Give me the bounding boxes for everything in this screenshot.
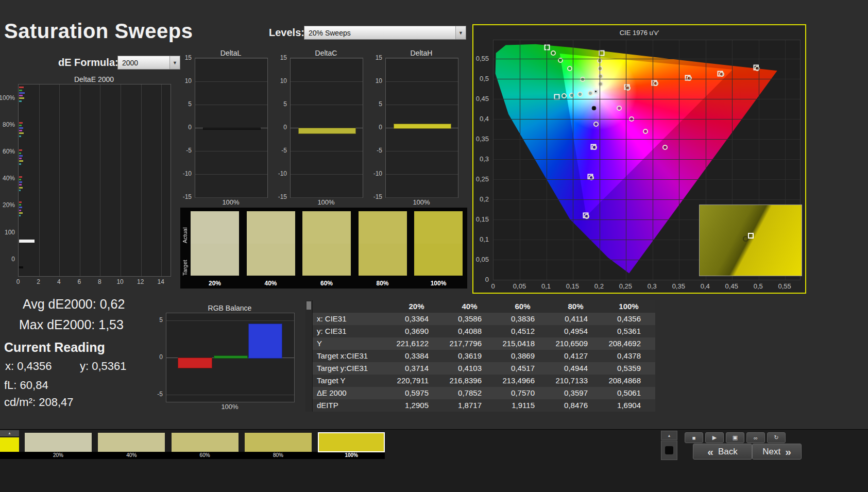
transport-refresh-button[interactable]: ↻ [767,432,786,443]
app-root: Saturation Sweeps dE Formula: 2000 ▼ Lev… [0,0,868,492]
current-cdm2-value: cd/m²: 208,47 [4,396,74,409]
grid-line [195,197,267,198]
table-scrollbar[interactable] [305,300,313,412]
transport-loop-button[interactable]: ∞ [746,432,765,443]
de-formula-value: 2000 [122,59,138,67]
current-y-value: y: 0,5361 [80,360,127,373]
table-cell: 0,4356 [602,313,655,325]
deltae-bar [19,266,23,268]
axis-tick-label: -5 [377,147,382,154]
cie-diagram-panel[interactable]: CIE 1976 u'v' 0,550,50,450,40,350,30,250… [472,24,806,294]
grid-line [291,81,363,82]
bottom-swatch-20%[interactable] [25,433,92,452]
measured-point [561,93,567,98]
axis-tick-label: 0,3 [480,155,489,162]
avg-de2000-value: Avg dE2000: 0,62 [23,297,125,312]
table-cell: 0,4512 [496,325,549,337]
bottom-swatch-80%[interactable] [245,433,312,452]
swatch-target [359,244,407,276]
table-cell: 0,5359 [602,362,655,375]
bottom-bar: ▴ ▲ « Back Next » 20%40%60%80%100%■▶▣∞↻ [0,429,868,492]
deltae-bar [19,181,22,183]
rgb-bar-green [214,355,248,359]
grid-line [626,40,626,280]
axis-tick-label: 8 [98,278,101,285]
axis-tick-label: 15 [376,54,382,61]
levels-dropdown[interactable]: 20% Sweeps ▼ [304,26,466,40]
transport-save-button[interactable]: ▣ [726,432,744,443]
deltae-bar [19,163,21,165]
deltal-x-label: 100% [195,198,267,206]
table-scrollbar-thumb[interactable] [307,301,311,310]
panel-expand-button[interactable]: ▲ [661,431,677,440]
table-col-header: 100% [602,300,655,313]
table-row-label: dEITP [313,399,390,412]
axis-tick-label: 0,45 [476,94,489,102]
deltae-bar [19,160,23,162]
bottom-swatch-label: 80% [245,452,312,458]
rgb-y-axis: 50-5 [148,313,165,401]
back-chevron-icon: « [707,446,713,458]
current-reading-heading: Current Reading [4,340,105,355]
axis-tick-label: 100% [0,94,15,101]
deltae-bar [19,184,22,185]
transport-stop-button[interactable]: ■ [685,432,703,443]
saturation-swatch [247,211,295,276]
axis-tick-label: -15 [183,193,192,200]
bottom-swatch-60%[interactable] [172,433,239,452]
measured-point [593,122,599,127]
axis-tick-label: 0,1 [541,282,551,290]
deltae-bar [19,125,22,126]
table-corner-cell [313,300,390,313]
axis-tick-label: 10 [116,278,123,285]
axis-tick-label: 0,2 [594,282,604,290]
axis-tick-label: 80% [3,121,15,128]
grid-line [195,174,267,175]
table-cell: 1,2905 [390,399,443,412]
deltae-chart-plot [18,84,171,277]
grid-line [386,58,458,59]
axis-tick-label: 2 [37,278,40,285]
grid-line [386,81,458,82]
patch-window-button[interactable] [661,440,677,460]
grid-line [100,84,100,276]
grid-line [195,58,267,59]
measured-point [577,92,583,97]
bottom-swatch-100%[interactable] [318,432,385,452]
grid-line [493,159,800,160]
transport-play-button[interactable]: ▶ [705,432,724,443]
grid-line [291,197,363,198]
grid-line [195,105,267,105]
deltah-chart-plot [385,58,458,198]
delta-value-bar [203,128,260,130]
measured-point [567,66,572,71]
swatch-label: 20% [191,280,239,287]
axis-tick-label: 20% [3,201,15,209]
grid-line [59,84,60,276]
axis-tick-label: 0,55 [476,54,489,62]
grid-line [291,174,363,175]
deltae-bar [19,87,24,88]
table-cell: 0,3869 [496,350,549,362]
table-cell: 0,4103 [443,362,496,375]
table-col-header: 60% [496,300,549,313]
bottom-swatch-40%[interactable] [98,433,165,452]
back-button[interactable]: « Back [693,444,752,460]
levels-value: 20% Sweeps [309,29,351,37]
collapse-button[interactable]: ▴ [0,430,19,436]
table-cell: 220,7911 [390,375,443,387]
actual-row-label: Actual [182,216,188,255]
grid-line [291,58,363,59]
de-formula-dropdown[interactable]: 2000 ▼ [117,56,180,70]
next-button[interactable]: Next » [752,444,802,460]
cie-zoom-inset [699,205,802,276]
grid-line [386,105,458,105]
table-cell: 0,4088 [443,325,496,337]
table-row-label: Target y:CIE31 [313,362,390,375]
deltae-bar [19,201,22,203]
deltae-bar [19,152,21,154]
measured-point [551,50,556,56]
patch-window-icon [665,446,673,454]
axis-tick-label: 0,3 [648,282,657,290]
table-col-header: 20% [390,300,443,313]
